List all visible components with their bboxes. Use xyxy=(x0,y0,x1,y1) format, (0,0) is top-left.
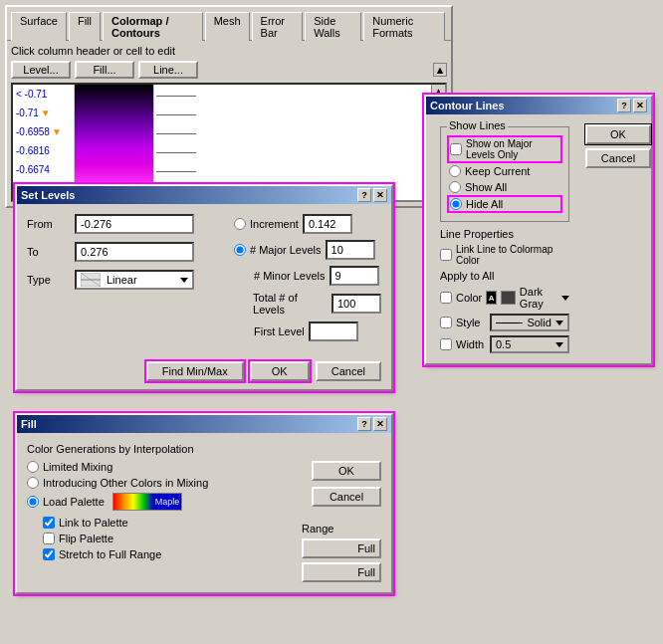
type-dropdown[interactable]: Linear xyxy=(75,270,194,290)
stretch-row: Stretch to Full Range xyxy=(43,548,284,560)
range-full2-button[interactable]: Full xyxy=(302,562,381,582)
to-row: To xyxy=(27,242,226,262)
tab-bar: Surface Fill Colormap / Contours Mesh Er… xyxy=(7,7,451,40)
fill-title: Fill xyxy=(21,418,37,430)
tab-numeric[interactable]: Numeric Formats xyxy=(363,12,445,41)
tab-colormap[interactable]: Colormap / Contours xyxy=(103,12,203,41)
major-label: # Major Levels xyxy=(250,244,322,256)
fill-titlebar: Fill ? ✕ xyxy=(17,415,391,433)
fill-titlebar-buttons: ? ✕ xyxy=(357,417,387,431)
load-palette-row: Load Palette Maple xyxy=(27,493,284,511)
flip-palette-checkbox[interactable] xyxy=(43,533,55,544)
level-val-0[interactable]: < -0.71 xyxy=(13,85,74,104)
set-levels-titlebar: Set Levels ? ✕ xyxy=(17,186,391,204)
apply-all-section: Apply to All Color A Dark Gray Style xyxy=(440,270,569,353)
major-radio[interactable] xyxy=(234,244,246,256)
show-major-checkbox[interactable] xyxy=(450,143,462,155)
color-label: Color xyxy=(456,292,482,304)
cancel-button[interactable]: Cancel xyxy=(316,361,381,381)
hide-all-radio[interactable] xyxy=(450,198,462,210)
style-dropdown[interactable]: Solid xyxy=(490,314,569,331)
titlebar-buttons: ? ✕ xyxy=(357,188,387,202)
contour-ok-button[interactable]: OK xyxy=(585,124,651,144)
keep-current-radio[interactable] xyxy=(449,165,461,177)
color-row: Color A Dark Gray xyxy=(440,286,569,310)
level-btn[interactable]: Level... xyxy=(11,61,71,79)
line-props-label: Line Properties xyxy=(440,228,569,240)
load-palette-radio[interactable] xyxy=(27,496,39,508)
show-lines-group: Show Lines Show on Major Levels Only Kee… xyxy=(440,126,569,222)
style-label: Style xyxy=(456,317,486,328)
limited-mixing-row: Limited Mixing xyxy=(27,461,284,473)
introducing-radio[interactable] xyxy=(27,477,39,489)
fill-btn[interactable]: Fill... xyxy=(75,61,134,79)
fill-help-button[interactable]: ? xyxy=(357,417,371,431)
stretch-checkbox[interactable] xyxy=(43,548,55,560)
show-all-row: Show All xyxy=(449,181,560,193)
help-button[interactable]: ? xyxy=(357,188,371,202)
width-dropdown[interactable]: 0.5 xyxy=(490,335,569,353)
from-row: From xyxy=(27,214,226,234)
fill-dialog: Fill ? ✕ Color Generations by Interpolat… xyxy=(15,413,393,594)
link-color-row: Link Line to Colormap Color xyxy=(440,244,569,266)
set-levels-dialog: Set Levels ? ✕ From To Type xyxy=(15,184,393,391)
link-color-checkbox[interactable] xyxy=(440,249,452,261)
from-input[interactable] xyxy=(75,214,194,234)
show-all-radio[interactable] xyxy=(449,181,461,193)
introducing-label: Introducing Other Colors in Mixing xyxy=(43,477,208,489)
tab-sidewalls[interactable]: Side Walls xyxy=(305,12,361,41)
level-val-1[interactable]: -0.71 xyxy=(16,107,39,118)
fill-ok-button[interactable]: OK xyxy=(312,461,381,481)
fill-section-label: Color Generations by Interpolation xyxy=(27,443,381,455)
palette-gradient xyxy=(113,494,153,510)
hide-all-row: Hide All xyxy=(449,197,560,211)
column-headers: Level... Fill... Line... ▲ xyxy=(11,61,447,79)
link-palette-checkbox[interactable] xyxy=(43,517,55,529)
tab-fill[interactable]: Fill xyxy=(69,12,101,41)
style-checkbox[interactable] xyxy=(440,317,452,328)
down-arrow-2: ▼ xyxy=(52,126,62,137)
show-major-label: Show on Major Levels Only xyxy=(466,138,559,160)
limited-label: Limited Mixing xyxy=(43,461,112,473)
first-input[interactable] xyxy=(309,322,358,341)
palette-swatch[interactable]: Maple xyxy=(112,493,183,511)
color-checkbox[interactable] xyxy=(440,292,452,304)
first-label: First Level xyxy=(254,325,305,337)
tab-errorbar[interactable]: Error Bar xyxy=(252,12,304,41)
find-minmax-button[interactable]: Find Min/Max xyxy=(146,361,244,381)
levels-column: < -0.71 -0.71 ▼ -0.6958 ▼ -0.6816 -0.667… xyxy=(13,85,75,200)
link-palette-row: Link to Palette xyxy=(43,517,284,529)
from-label: From xyxy=(27,218,67,230)
style-value: Solid xyxy=(527,317,551,328)
ok-button[interactable]: OK xyxy=(250,361,310,381)
contour-close-button[interactable]: ✕ xyxy=(633,99,647,112)
increment-input[interactable] xyxy=(303,214,352,234)
type-label: Type xyxy=(27,274,67,286)
contour-buttons: OK Cancel xyxy=(585,120,651,357)
link-palette-label: Link to Palette xyxy=(59,517,128,529)
tab-surface[interactable]: Surface xyxy=(11,12,67,41)
to-input[interactable] xyxy=(75,242,194,262)
palette-options: Link to Palette Flip Palette Stretch to … xyxy=(27,517,284,560)
contour-cancel-button[interactable]: Cancel xyxy=(585,148,651,168)
hide-all-label: Hide All xyxy=(466,198,503,210)
increment-radio[interactable] xyxy=(234,218,246,230)
fill-close-button[interactable]: ✕ xyxy=(373,417,387,431)
total-input[interactable] xyxy=(332,294,381,314)
range-full1-button[interactable]: Full xyxy=(302,538,381,558)
contour-help-button[interactable]: ? xyxy=(617,99,631,112)
scrollbar-up[interactable]: ▲ xyxy=(433,63,447,77)
width-checkbox[interactable] xyxy=(440,338,452,350)
level-val-3: -0.6816 xyxy=(13,141,74,160)
fill-right-section: OK Cancel Range Full Full xyxy=(292,461,381,582)
limited-radio[interactable] xyxy=(27,461,39,473)
fill-cancel-button[interactable]: Cancel xyxy=(312,487,381,507)
color-dropdown-arrow[interactable] xyxy=(561,296,569,301)
style-row: Style Solid xyxy=(440,314,569,331)
tab-mesh[interactable]: Mesh xyxy=(205,12,250,41)
line-btn[interactable]: Line... xyxy=(138,61,198,79)
minor-input[interactable] xyxy=(330,266,379,286)
right-section: Increment # Major Levels # Minor Levels … xyxy=(234,214,381,347)
major-input[interactable] xyxy=(326,240,375,260)
close-button[interactable]: ✕ xyxy=(373,188,387,202)
